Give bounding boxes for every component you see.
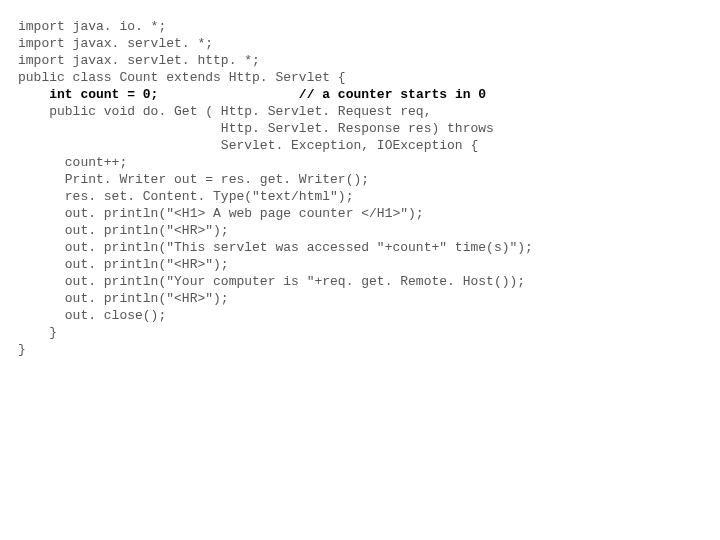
code-line: Http. Servlet. Response res) throws: [18, 120, 720, 137]
code-line: count++;: [18, 154, 720, 171]
code-line: out. println("<HR>");: [18, 222, 720, 239]
code-line: Print. Writer out = res. get. Writer();: [18, 171, 720, 188]
code-line-highlight: int count = 0; // a counter starts in 0: [18, 86, 720, 103]
counter-comment: // a counter starts in 0: [158, 87, 486, 102]
code-line: }: [18, 341, 720, 358]
code-line: Servlet. Exception, IOException {: [18, 137, 720, 154]
code-line: import javax. servlet. http. *;: [18, 52, 720, 69]
counter-declaration: int count = 0;: [18, 87, 158, 102]
code-line: }: [18, 324, 720, 341]
code-line: public void do. Get ( Http. Servlet. Req…: [18, 103, 720, 120]
code-line: import javax. servlet. *;: [18, 35, 720, 52]
code-line: out. println("<HR>");: [18, 290, 720, 307]
code-line: out. println("<HR>");: [18, 256, 720, 273]
code-line: res. set. Content. Type("text/html");: [18, 188, 720, 205]
code-line: out. println("Your computer is "+req. ge…: [18, 273, 720, 290]
code-line: public class Count extends Http. Servlet…: [18, 69, 720, 86]
code-line: import java. io. *;: [18, 18, 720, 35]
code-line: out. close();: [18, 307, 720, 324]
code-line: out. println("This servlet was accessed …: [18, 239, 720, 256]
code-line: out. println("<H1> A web page counter </…: [18, 205, 720, 222]
code-block: import java. io. *; import javax. servle…: [18, 18, 720, 358]
